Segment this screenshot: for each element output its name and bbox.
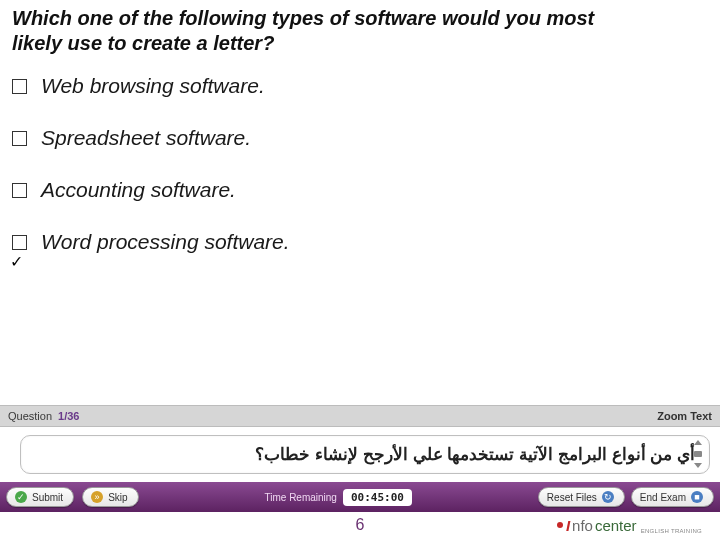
question-area: Which one of the following types of soft… bbox=[0, 0, 720, 56]
checkbox-icon[interactable] bbox=[12, 183, 27, 198]
end-label: End Exam bbox=[640, 492, 686, 503]
checkbox-icon[interactable] bbox=[12, 235, 27, 250]
right-button-group: Reset Files ↻ End Exam ■ bbox=[538, 487, 714, 507]
option-row[interactable]: Web browsing software. bbox=[12, 74, 708, 98]
checkbox-icon[interactable] bbox=[12, 131, 27, 146]
chevron-down-icon bbox=[694, 463, 702, 468]
checkbox-icon[interactable] bbox=[12, 79, 27, 94]
logo-text-2: center bbox=[595, 517, 637, 534]
end-exam-button[interactable]: End Exam ■ bbox=[631, 487, 714, 507]
reset-label: Reset Files bbox=[547, 492, 597, 503]
scroll-indicator[interactable] bbox=[691, 440, 705, 468]
option-row[interactable]: Spreadsheet software. bbox=[12, 126, 708, 150]
skip-button[interactable]: » Skip bbox=[82, 487, 138, 507]
chevron-up-icon bbox=[694, 440, 702, 445]
footer: 6 I nfo center ENGLISH TRAINING bbox=[0, 512, 720, 540]
reset-files-button[interactable]: Reset Files ↻ bbox=[538, 487, 625, 507]
translation-area: أي من أنواع البرامج الآتية تستخدمها علي … bbox=[0, 427, 720, 482]
option-row[interactable]: Accounting software. bbox=[12, 178, 708, 202]
refresh-circle-icon: ↻ bbox=[602, 491, 614, 503]
stop-circle-icon: ■ bbox=[691, 491, 703, 503]
options-list: Web browsing software. Spreadsheet softw… bbox=[0, 56, 720, 282]
question-text: Which one of the following types of soft… bbox=[12, 6, 602, 56]
scroll-thumb-icon bbox=[694, 451, 702, 457]
skip-label: Skip bbox=[108, 492, 127, 503]
logo-text-1: nfo bbox=[572, 517, 593, 534]
bottom-toolbar: ✓ Submit » Skip Time Remaining 00:45:00 … bbox=[0, 482, 720, 512]
submit-label: Submit bbox=[32, 492, 63, 503]
option-label: Accounting software. bbox=[41, 178, 236, 202]
option-label: Web browsing software. bbox=[41, 74, 265, 98]
check-icon: ✓ bbox=[10, 252, 23, 271]
question-counter: 1/36 bbox=[58, 410, 79, 422]
option-label: Word processing software. bbox=[41, 230, 290, 254]
zoom-text-label[interactable]: Zoom Text bbox=[657, 410, 712, 422]
spacer bbox=[0, 282, 720, 405]
submit-button[interactable]: ✓ Submit bbox=[6, 487, 74, 507]
translation-box: أي من أنواع البرامج الآتية تستخدمها علي … bbox=[20, 435, 710, 474]
logo-letter-i: I bbox=[566, 517, 570, 534]
status-strip: Question 1/36 Zoom Text bbox=[0, 405, 720, 427]
exam-slide: Which one of the following types of soft… bbox=[0, 0, 720, 540]
time-remaining-value: 00:45:00 bbox=[343, 489, 412, 506]
status-left: Question 1/36 bbox=[8, 410, 79, 422]
question-label: Question bbox=[8, 410, 52, 422]
option-row[interactable]: Word processing software. ✓ bbox=[12, 230, 708, 254]
time-block: Time Remaining 00:45:00 bbox=[265, 489, 412, 506]
logo-dot-icon bbox=[557, 522, 563, 528]
check-circle-icon: ✓ bbox=[15, 491, 27, 503]
forward-circle-icon: » bbox=[91, 491, 103, 503]
slide-number: 6 bbox=[356, 516, 365, 534]
logo-subtext: ENGLISH TRAINING bbox=[641, 528, 702, 534]
status-right: Zoom Text bbox=[657, 410, 712, 422]
logo: I nfo center ENGLISH TRAINING bbox=[557, 517, 702, 534]
translation-text: أي من أنواع البرامج الآتية تستخدمها علي … bbox=[255, 445, 695, 464]
option-label: Spreadsheet software. bbox=[41, 126, 251, 150]
time-remaining-label: Time Remaining bbox=[265, 492, 337, 503]
